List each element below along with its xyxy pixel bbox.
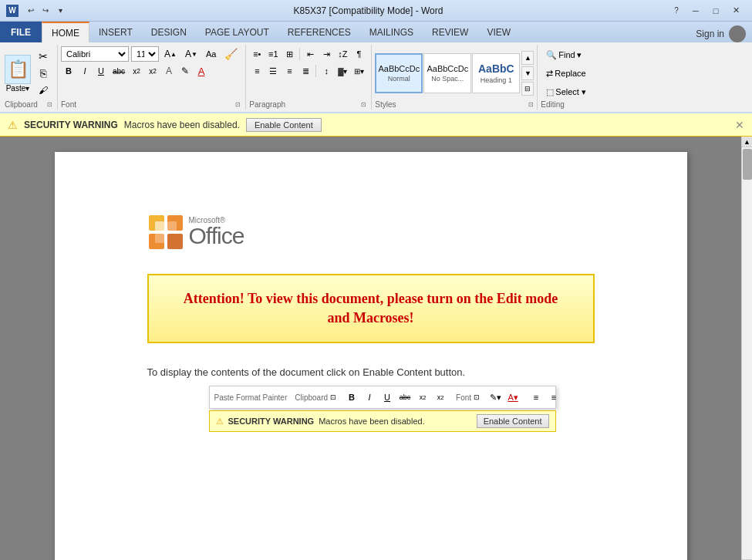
- increase-indent-button[interactable]: ⇥: [319, 46, 334, 62]
- mini-align-right-button[interactable]: ≡: [546, 390, 561, 405]
- underline-button[interactable]: U: [93, 63, 109, 79]
- font-size-select[interactable]: 11: [131, 46, 159, 62]
- font-name-select[interactable]: Calibri: [61, 46, 129, 62]
- strikethrough-button[interactable]: abc: [110, 63, 128, 79]
- borders-button[interactable]: ⊞▾: [351, 63, 366, 79]
- text-effects-button[interactable]: A: [161, 63, 177, 79]
- shrink-font-button[interactable]: A▼: [182, 46, 201, 62]
- svg-rect-3: [167, 234, 183, 249]
- style-normal[interactable]: AaBbCcDc Normal: [375, 53, 423, 93]
- copy-button[interactable]: ⎘: [34, 66, 52, 81]
- app-icon: W: [6, 5, 19, 17]
- help-button[interactable]: ?: [670, 5, 683, 17]
- paste-button[interactable]: 📋 Paste▾: [5, 55, 31, 93]
- tab-references[interactable]: REFERENCES: [278, 22, 360, 42]
- ribbon-tabs: FILE HOME INSERT DESIGN PAGE LAYOUT REFE…: [0, 22, 752, 42]
- style-items: AaBbCcDc Normal AaBbCcDc No Spac... AaBb…: [375, 53, 520, 93]
- tab-insert[interactable]: INSERT: [89, 22, 142, 42]
- bold-button[interactable]: B: [61, 63, 76, 79]
- security-bar-close[interactable]: ✕: [735, 119, 744, 131]
- subscript-button[interactable]: x2: [129, 63, 144, 79]
- bullets-button[interactable]: ≡•: [249, 46, 265, 62]
- styles-scroll-up[interactable]: ▲: [521, 51, 534, 65]
- mini-paste-label: Paste: [214, 393, 234, 402]
- vertical-scrollbar[interactable]: ▲ ▼: [741, 137, 752, 560]
- sort-button[interactable]: ↕Z: [335, 46, 350, 62]
- mini-underline-button[interactable]: U: [379, 390, 395, 405]
- font-color-button[interactable]: A: [194, 63, 209, 79]
- close-button[interactable]: ✕: [726, 3, 746, 19]
- scroll-up-arrow[interactable]: ▲: [742, 137, 752, 147]
- mini-subscript-button[interactable]: x2: [415, 390, 430, 405]
- mini-italic-button[interactable]: I: [362, 390, 377, 405]
- scroll-track: [742, 147, 752, 559]
- paste-label: Paste▾: [6, 84, 30, 93]
- justify-button[interactable]: ≣: [298, 63, 313, 79]
- superscript-button[interactable]: x2: [145, 63, 160, 79]
- line-spacing-button[interactable]: ↕: [319, 63, 334, 79]
- decrease-indent-button[interactable]: ⇤: [302, 46, 318, 62]
- select-button[interactable]: ⬚ Select ▾: [541, 83, 592, 100]
- styles-group: AaBbCcDc Normal AaBbCcDc No Spac... AaBb…: [372, 45, 538, 110]
- user-avatar: [729, 25, 746, 42]
- office-logo: Microsoft® Office: [147, 214, 595, 251]
- tab-mailings[interactable]: MAILINGS: [360, 22, 423, 42]
- customize-qa-button[interactable]: ▾: [54, 5, 66, 17]
- enable-content-button[interactable]: Enable Content: [246, 118, 322, 132]
- tab-file[interactable]: FILE: [0, 22, 42, 42]
- show-para-button[interactable]: ¶: [351, 46, 366, 62]
- find-button[interactable]: 🔍 Find ▾: [541, 46, 592, 63]
- highlight-button[interactable]: ✎: [177, 63, 193, 79]
- paste-icon: 📋: [5, 55, 31, 84]
- undo-button[interactable]: ↩: [25, 5, 37, 17]
- sign-in-area: Sign in: [696, 25, 752, 42]
- redo-button[interactable]: ↪: [39, 5, 52, 17]
- paragraph-group: ≡• ≡1 ⊞ ⇤ ⇥ ↕Z ¶ ≡ ☰ ≡ ≣ ↕ ▓▾ ⊞▾ Paragra…: [246, 45, 372, 110]
- styles-scroll-down[interactable]: ▼: [521, 66, 534, 80]
- security-warning-label: SECURITY WARNING: [24, 120, 118, 130]
- format-painter-button[interactable]: 🖌: [34, 83, 52, 98]
- mini-align-left-button[interactable]: ≡: [528, 390, 544, 405]
- clear-format-button[interactable]: 🧹: [221, 46, 241, 62]
- document-body-text: To display the contents of the document …: [147, 366, 595, 378]
- tab-page-layout[interactable]: PAGE LAYOUT: [196, 22, 278, 42]
- shading-button[interactable]: ▓▾: [335, 63, 350, 79]
- align-right-button[interactable]: ≡: [282, 63, 297, 79]
- mini-bold-button[interactable]: B: [344, 390, 359, 405]
- scroll-thumb[interactable]: [743, 149, 752, 180]
- mini-highlight-button[interactable]: ✎▾: [487, 390, 503, 405]
- tab-view[interactable]: VIEW: [477, 22, 520, 42]
- replace-button[interactable]: ⇄ Replace: [541, 65, 592, 82]
- document-page: Microsoft® Office Attention! To view thi…: [55, 152, 687, 560]
- attention-box: Attention! To view this document, please…: [147, 274, 595, 343]
- mini-font-color-button[interactable]: A▾: [505, 390, 521, 405]
- cut-button[interactable]: ✂: [34, 49, 52, 64]
- numbering-button[interactable]: ≡1: [265, 46, 281, 62]
- maximize-button[interactable]: □: [706, 3, 726, 19]
- mini-format-painter-label: Format Painter: [236, 393, 287, 402]
- italic-button[interactable]: I: [77, 63, 93, 79]
- align-left-button[interactable]: ≡: [249, 63, 265, 79]
- multilevel-button[interactable]: ⊞: [282, 46, 297, 62]
- security-warning-bar: ⚠ SECURITY WARNING Macros have been disa…: [0, 113, 752, 137]
- mini-enable-content-button[interactable]: Enable Content: [477, 414, 549, 428]
- mini-superscript-button[interactable]: x2: [433, 390, 448, 405]
- styles-more[interactable]: ⊟: [521, 82, 534, 96]
- sign-in-link[interactable]: Sign in: [696, 29, 724, 39]
- style-no-spacing[interactable]: AaBbCcDc No Spac...: [423, 53, 471, 93]
- document-area: Microsoft® Office Attention! To view thi…: [0, 137, 752, 560]
- logo-text-group: Microsoft® Office: [189, 217, 244, 248]
- tab-home[interactable]: HOME: [42, 22, 89, 42]
- para-row1: ≡• ≡1 ⊞ ⇤ ⇥ ↕Z ¶: [249, 46, 366, 62]
- font-label-row: Font ⊡: [61, 100, 241, 110]
- style-heading1[interactable]: AaBbC Heading 1: [472, 53, 520, 93]
- mini-strikethrough-button[interactable]: abc: [397, 390, 413, 405]
- style-no-spacing-preview: AaBbCcDc: [427, 64, 468, 73]
- tab-design[interactable]: DESIGN: [142, 22, 196, 42]
- minimize-button[interactable]: ─: [686, 3, 706, 19]
- style-normal-preview: AaBbCcDc: [378, 64, 420, 73]
- align-center-button[interactable]: ☰: [265, 63, 281, 79]
- tab-review[interactable]: REVIEW: [423, 22, 477, 42]
- grow-font-button[interactable]: A▲: [161, 46, 180, 62]
- change-case-button[interactable]: Aa: [203, 46, 219, 62]
